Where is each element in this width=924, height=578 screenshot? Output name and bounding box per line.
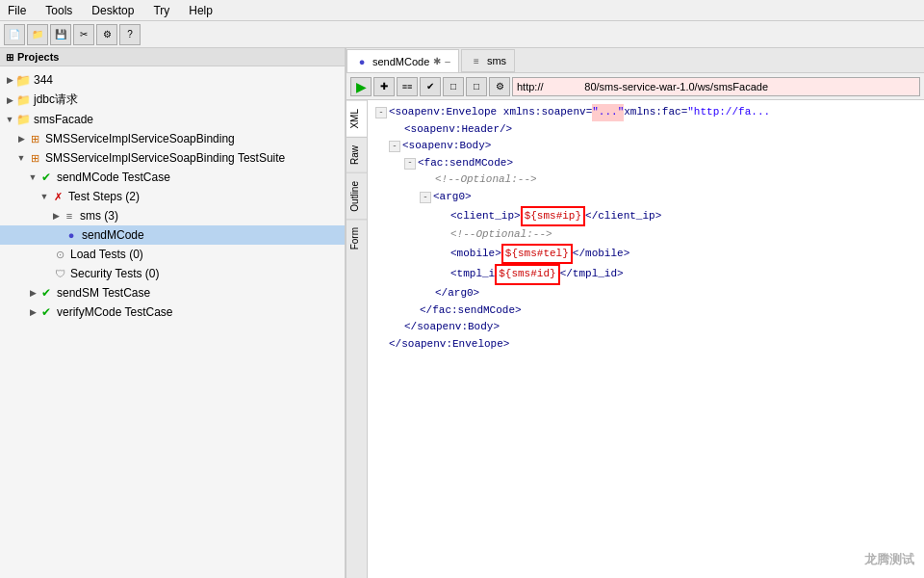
- suite-icon: ⊞: [27, 150, 42, 166]
- tree-item-suite[interactable]: ▼ ⊞ SMSServiceImplServiceSoapBinding Tes…: [0, 148, 345, 168]
- xml-line-6: - <arg0>: [375, 189, 916, 206]
- xml-line-1: - <soapenv:Envelope xmlns:soapenv= "..."…: [375, 104, 916, 121]
- xml-line-14: </soapenv:Envelope>: [375, 336, 916, 354]
- request-icon: ●: [64, 227, 79, 243]
- toggle-suite[interactable]: ▼: [15, 152, 27, 164]
- add-button[interactable]: ✚: [373, 77, 395, 96]
- tree-item-loadtests[interactable]: ⊙ Load Tests (0): [0, 245, 345, 264]
- tab-dash: –: [445, 56, 450, 66]
- load-icon: ⊙: [52, 247, 67, 262]
- toggle-sendmcode-tc[interactable]: ▼: [27, 171, 38, 183]
- label-sendmcode-tc: sendMCode TestCase: [57, 171, 170, 184]
- open-button[interactable]: 📁: [27, 24, 48, 45]
- xml-content[interactable]: - <soapenv:Envelope xmlns:soapenv= "..."…: [368, 100, 924, 578]
- tree-item-sendmcode-tc[interactable]: ▼ ✔ sendMCode TestCase: [0, 168, 345, 187]
- left-panel: ⊞ Projects ▶ 📁 344 ▶ 📁 jdbc请求 ▼: [0, 48, 346, 578]
- tab-sendmcode[interactable]: ● sendMCode ✱ –: [346, 49, 459, 72]
- steps-icon: ✗: [50, 189, 65, 204]
- tab-sms[interactable]: ≡ sms: [461, 49, 515, 72]
- xml-line-4: - <fac:sendMCode>: [375, 155, 916, 172]
- side-tab-xml[interactable]: XML: [346, 100, 367, 137]
- collapse-1[interactable]: -: [375, 107, 387, 118]
- tab-close-sendmcode[interactable]: ✱: [433, 56, 441, 66]
- xml-line-2: <soapenv:Header/>: [375, 121, 916, 139]
- sms-icon: ≡: [62, 208, 77, 223]
- xml-line-11: </arg0>: [375, 285, 916, 302]
- toggle-344[interactable]: ▶: [4, 74, 15, 86]
- tree-item-verifymcode[interactable]: ▶ ✔ verifyMCode TestCase: [0, 302, 345, 322]
- projects-header: ⊞ Projects: [0, 48, 345, 66]
- toggle-sendsm[interactable]: ▶: [27, 287, 38, 299]
- side-tab-outline[interactable]: Outline: [346, 172, 367, 220]
- grid-icon: ⊞: [6, 52, 13, 63]
- tree-item-344[interactable]: ▶ 📁 344: [0, 70, 345, 90]
- testcase-icon-sendsm: ✔: [38, 285, 54, 301]
- side-tab-form[interactable]: Form: [346, 219, 367, 257]
- label-interface: SMSServiceImplServiceSoapBinding: [45, 132, 235, 145]
- prefs-button[interactable]: ⚙: [96, 24, 117, 45]
- tree-item-securitytests[interactable]: 🛡 Security Tests (0): [0, 264, 345, 283]
- side-tab-raw[interactable]: Raw: [346, 137, 367, 172]
- main-toolbar: 📄 📁 💾 ✂ ⚙ ?: [0, 21, 924, 48]
- toggle-teststeps[interactable]: ▼: [38, 191, 50, 202]
- folder-icon-344: 📁: [15, 72, 31, 88]
- xml-line-10: <tmpl_i${sms#id}</tmpl_id>: [375, 264, 916, 285]
- label-teststeps: Test Steps (2): [68, 190, 140, 203]
- new-button[interactable]: 📄: [4, 24, 25, 45]
- tree-item-sms[interactable]: ▶ ≡ sms (3): [0, 206, 345, 225]
- label-sendmcode-req: sendMCode: [82, 228, 144, 242]
- tab-label-sendmcode: sendMCode: [372, 56, 429, 67]
- menu-tools[interactable]: Tools: [41, 2, 76, 19]
- watermark: 龙腾测试: [864, 551, 914, 568]
- menu-help[interactable]: Help: [185, 2, 217, 19]
- help-button[interactable]: ?: [119, 24, 141, 45]
- collapse-4[interactable]: -: [404, 158, 416, 170]
- label-sms: sms (3): [80, 209, 118, 223]
- format-button[interactable]: ≡≡: [397, 77, 418, 96]
- folder-icon-jdbc: 📁: [15, 92, 31, 108]
- tab-bar: ● sendMCode ✱ – ≡ sms: [346, 48, 924, 73]
- toggle-interface[interactable]: ▶: [15, 133, 27, 144]
- collapse-3[interactable]: -: [389, 141, 400, 152]
- xml-line-9: <mobile>${sms#tel}</mobile>: [375, 244, 916, 265]
- tree-item-smsFacade[interactable]: ▼ 📁 smsFacade: [0, 110, 345, 129]
- projects-label: Projects: [17, 51, 59, 63]
- tab-icon-sendmcode: ●: [355, 55, 369, 68]
- editor-area: XML Raw Outline Form - <soapenv:Envelope…: [346, 100, 924, 578]
- toggle-smsFacade[interactable]: ▼: [4, 114, 15, 125]
- testcase-icon: ✔: [38, 170, 54, 185]
- close-button[interactable]: ✂: [73, 24, 94, 45]
- folder-icon-smsFacade: 📁: [15, 112, 31, 127]
- var-mobile: ${sms#tel}: [501, 244, 573, 265]
- project-tree: ▶ 📁 344 ▶ 📁 jdbc请求 ▼ 📁 smsFacade: [0, 66, 345, 326]
- copy-button[interactable]: □: [443, 77, 464, 96]
- collapse-6[interactable]: -: [420, 192, 431, 203]
- tree-item-sendmcode-req[interactable]: ● sendMCode: [0, 225, 345, 245]
- label-jdbc: jdbc请求: [34, 92, 78, 108]
- menu-try[interactable]: Try: [149, 2, 173, 19]
- menu-file[interactable]: File: [4, 2, 30, 19]
- toggle-sms[interactable]: ▶: [50, 210, 62, 222]
- xml-line-5: <!--Optional:-->: [375, 171, 916, 189]
- save-button[interactable]: 💾: [50, 24, 71, 45]
- tab-icon-sms: ≡: [470, 54, 483, 67]
- validate-button[interactable]: ✔: [420, 77, 441, 96]
- menubar: File Tools Desktop Try Help: [0, 0, 924, 21]
- run-button[interactable]: ▶: [350, 77, 372, 96]
- xml-line-12: </fac:sendMCode>: [375, 302, 916, 320]
- tree-item-interface[interactable]: ▶ ⊞ SMSServiceImplServiceSoapBinding: [0, 129, 345, 148]
- label-loadtests: Load Tests (0): [70, 248, 143, 261]
- settings-button[interactable]: ⚙: [489, 77, 510, 96]
- paste-button[interactable]: □: [466, 77, 487, 96]
- toggle-verifymcode[interactable]: ▶: [27, 306, 38, 318]
- tree-item-teststeps[interactable]: ▼ ✗ Test Steps (2): [0, 187, 345, 206]
- toggle-jdbc[interactable]: ▶: [4, 94, 15, 106]
- side-tabs: XML Raw Outline Form: [346, 100, 368, 578]
- var-client-ip: ${sms#ip}: [521, 206, 585, 227]
- tree-item-jdbc[interactable]: ▶ 📁 jdbc请求: [0, 90, 345, 110]
- menu-desktop[interactable]: Desktop: [88, 2, 138, 19]
- tree-item-sendsm[interactable]: ▶ ✔ sendSM TestCase: [0, 283, 345, 302]
- security-icon: 🛡: [52, 266, 67, 281]
- label-suite: SMSServiceImplServiceSoapBinding TestSui…: [45, 151, 285, 165]
- url-input[interactable]: [512, 77, 920, 96]
